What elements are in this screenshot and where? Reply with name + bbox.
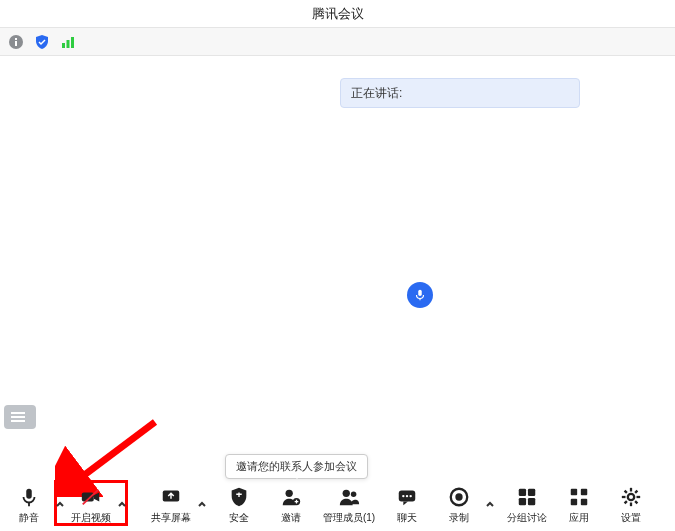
record-icon [448, 486, 470, 508]
title-text: 腾讯会议 [312, 6, 364, 21]
camera-off-icon [80, 486, 102, 508]
svg-line-42 [625, 501, 627, 503]
microphone-icon [18, 486, 40, 508]
svg-rect-5 [71, 37, 74, 48]
status-bar [0, 28, 675, 56]
participant-mic-indicator[interactable] [407, 282, 433, 308]
title-bar: 腾讯会议 [0, 0, 675, 28]
svg-rect-12 [26, 488, 32, 498]
signal-icon[interactable] [60, 34, 76, 50]
svg-point-20 [351, 491, 357, 497]
svg-line-11 [75, 422, 155, 482]
svg-point-24 [409, 494, 411, 496]
apps-icon [568, 486, 590, 508]
video-label: 开启视频 [71, 511, 111, 525]
mute-options-chevron[interactable] [52, 479, 68, 531]
tooltip-text: 邀请您的联系人参加会议 [236, 460, 357, 472]
info-icon[interactable] [8, 34, 24, 50]
breakout-icon [516, 486, 538, 508]
svg-rect-30 [528, 497, 535, 504]
invite-label: 邀请 [281, 511, 301, 525]
breakout-rooms-button[interactable]: 分组讨论 [504, 479, 550, 531]
invite-button[interactable]: 邀请 [268, 479, 314, 531]
svg-rect-2 [15, 38, 17, 40]
svg-rect-8 [11, 412, 25, 414]
record-label: 录制 [449, 511, 469, 525]
speaking-label: 正在讲话: [351, 86, 402, 100]
participant-list-toggle[interactable] [4, 405, 36, 429]
chat-button[interactable]: 聊天 [384, 479, 430, 531]
svg-rect-1 [15, 41, 17, 46]
svg-rect-32 [581, 488, 587, 494]
record-button[interactable]: 录制 [436, 479, 482, 531]
svg-rect-10 [11, 420, 25, 422]
invite-tooltip: 邀请您的联系人参加会议 [225, 454, 368, 479]
svg-rect-27 [519, 488, 526, 495]
chat-label: 聊天 [397, 511, 417, 525]
svg-rect-33 [571, 498, 577, 504]
svg-rect-29 [519, 497, 526, 504]
svg-rect-9 [11, 416, 25, 418]
shield-icon[interactable] [34, 34, 50, 50]
breakout-label: 分组讨论 [507, 511, 547, 525]
share-screen-button[interactable]: 共享屏幕 [148, 479, 194, 531]
svg-rect-34 [581, 498, 587, 504]
mute-button[interactable]: 静音 [6, 479, 52, 531]
video-options-chevron[interactable] [114, 479, 130, 531]
apps-button[interactable]: 应用 [556, 479, 602, 531]
svg-line-43 [635, 490, 637, 492]
members-label: 管理成员(1) [323, 511, 375, 525]
svg-rect-4 [67, 40, 70, 48]
security-label: 安全 [229, 511, 249, 525]
members-icon [338, 486, 360, 508]
record-options-chevron[interactable] [482, 479, 498, 531]
video-button[interactable]: 开启视频 [68, 479, 114, 531]
manage-members-button[interactable]: 管理成员(1) [320, 479, 378, 531]
svg-rect-3 [62, 43, 65, 48]
mute-label: 静音 [19, 511, 39, 525]
security-icon [228, 486, 250, 508]
gear-icon [620, 486, 642, 508]
svg-point-19 [343, 489, 350, 496]
settings-button[interactable]: 设置 [608, 479, 654, 531]
svg-point-23 [406, 494, 408, 496]
svg-point-17 [286, 489, 293, 496]
svg-line-40 [625, 490, 627, 492]
invite-icon [280, 486, 302, 508]
svg-rect-31 [571, 488, 577, 494]
share-options-chevron[interactable] [194, 479, 210, 531]
svg-rect-28 [528, 488, 535, 495]
svg-rect-6 [418, 290, 422, 296]
share-label: 共享屏幕 [151, 511, 191, 525]
settings-label: 设置 [621, 511, 641, 525]
svg-point-26 [455, 493, 462, 500]
chat-icon [396, 486, 418, 508]
speaking-indicator: 正在讲话: [340, 78, 580, 108]
security-button[interactable]: 安全 [216, 479, 262, 531]
svg-point-35 [628, 493, 634, 499]
svg-point-22 [402, 494, 404, 496]
control-bar: 静音 开启视频 共享屏幕 安全 邀请 管理成员(1) 聊天 录制 [0, 479, 675, 531]
svg-line-41 [635, 501, 637, 503]
share-screen-icon [160, 486, 182, 508]
apps-label: 应用 [569, 511, 589, 525]
